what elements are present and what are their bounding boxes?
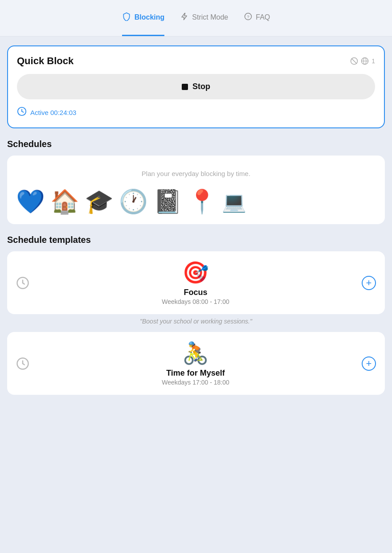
tab-blocking[interactable]: Blocking: [122, 0, 165, 36]
tab-blocking-label: Blocking: [135, 13, 165, 21]
template-add-button-focus[interactable]: +: [362, 276, 376, 290]
quick-block-card: Quick Block 1 Stop: [7, 45, 385, 128]
active-timer: Active 00:24:03: [17, 107, 375, 119]
template-card-focus: 🎯 Focus Weekdays 08:00 - 17:00 +: [7, 251, 385, 314]
template-add-button-tfm[interactable]: +: [362, 356, 376, 371]
template-left-focus: [16, 276, 29, 290]
template-emoji-focus: 🎯: [182, 260, 209, 285]
schedule-icon-heart: 💙: [16, 188, 45, 215]
stop-button[interactable]: Stop: [17, 74, 375, 99]
template-card-time-for-myself: 🚴 Time for Myself Weekdays 17:00 - 18:00…: [7, 332, 385, 395]
quick-block-meta: 1: [350, 57, 375, 65]
active-timer-label: Active 00:24:03: [30, 109, 76, 116]
tab-strict-mode-label: Strict Mode: [192, 13, 228, 21]
schedule-icon-home: 🏠: [50, 188, 79, 215]
schedules-title: Schedules: [7, 139, 385, 149]
schedule-icon-grad: 🎓: [85, 188, 114, 215]
stop-square-icon: [182, 84, 188, 90]
svg-line-3: [351, 58, 357, 64]
clock-timer-icon: [17, 107, 27, 119]
template-time-tfm: Weekdays 17:00 - 18:00: [162, 379, 229, 386]
tab-faq-label: FAQ: [256, 13, 270, 21]
schedule-icon-notebook: 📓: [153, 188, 182, 215]
template-left-tfm: [16, 357, 29, 370]
stop-label: Stop: [192, 82, 210, 91]
main-content: Quick Block 1 Stop: [0, 37, 392, 408]
svg-text:?: ?: [247, 14, 250, 19]
template-quote-focus: "Boost your school or working sessions.": [7, 318, 385, 325]
shield-icon: [122, 12, 131, 23]
tab-bar: Blocking Strict Mode ? FAQ: [0, 0, 392, 37]
template-emoji-tfm: 🚴: [182, 341, 209, 366]
question-icon: ?: [244, 12, 252, 23]
svg-line-9: [22, 111, 24, 112]
quick-block-header: Quick Block 1: [17, 55, 375, 67]
template-center-focus: 🎯 Focus Weekdays 08:00 - 17:00: [29, 260, 362, 305]
meta-count: 1: [372, 57, 375, 65]
schedule-templates-title: Schedule templates: [7, 235, 385, 245]
template-name-focus: Focus: [184, 288, 207, 297]
schedules-icons-row: 💙 🏠 🎓 🕐 📓 📍 💻: [16, 188, 376, 215]
schedule-icon-laptop: 💻: [222, 190, 246, 213]
template-time-focus: Weekdays 08:00 - 17:00: [162, 298, 229, 305]
schedules-card: Plan your everyday blocking by time. 💙 🏠…: [7, 156, 385, 224]
template-clock-icon-focus: [16, 276, 29, 290]
svg-line-12: [23, 283, 24, 284]
tab-faq[interactable]: ? FAQ: [244, 0, 270, 36]
bolt-icon: [180, 12, 188, 23]
quick-block-title: Quick Block: [17, 55, 74, 67]
globe-icon: [361, 57, 369, 65]
schedules-empty-text: Plan your everyday blocking by time.: [16, 170, 376, 177]
tab-strict-mode[interactable]: Strict Mode: [180, 0, 228, 36]
schedule-templates-section: Schedule templates 🎯 Focus Weekdays 08:0…: [7, 235, 385, 395]
template-clock-icon-tfm: [16, 357, 29, 370]
schedule-icon-clock: 🕐: [119, 188, 148, 215]
svg-line-15: [23, 364, 24, 365]
schedules-section: Schedules Plan your everyday blocking by…: [7, 139, 385, 224]
template-name-tfm: Time for Myself: [166, 369, 225, 378]
template-center-tfm: 🚴 Time for Myself Weekdays 17:00 - 18:00: [29, 341, 362, 386]
schedule-icon-pin: 📍: [188, 188, 216, 215]
no-block-icon: [350, 57, 358, 65]
